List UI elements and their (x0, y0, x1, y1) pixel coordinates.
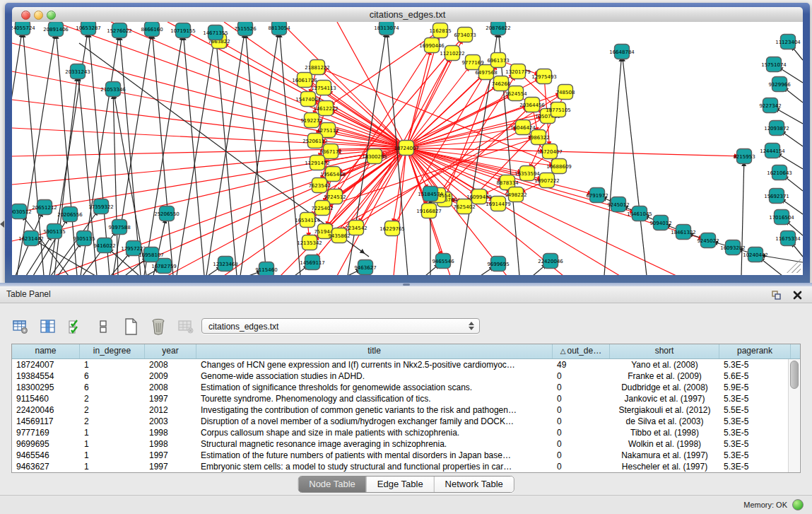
graph-node[interactable]: 8466160 (141, 22, 163, 37)
float-window-icon[interactable] (770, 288, 782, 301)
table-row[interactable]: 1456911722003Disruption of a novel membe… (12, 416, 800, 427)
vertical-scrollbar[interactable] (788, 359, 799, 472)
graph-node[interactable]: 10653287 (76, 22, 101, 35)
row-height-icon[interactable] (94, 317, 112, 336)
graph-node[interactable]: 8813054 (268, 22, 290, 35)
graph-node[interactable]: 16648784 (609, 45, 635, 59)
tab-node-table[interactable]: Node Table (298, 477, 366, 492)
graph-node[interactable]: 20331243 (65, 64, 90, 79)
graph-node[interactable]: 15692371 (764, 189, 789, 204)
graph-node[interactable]: 21053346 (100, 82, 126, 97)
table-row[interactable]: 2242004622012Investigating the contribut… (12, 404, 800, 416)
graph-node[interactable]: 16229765 (379, 221, 405, 236)
graph-edge[interactable] (111, 22, 406, 148)
graph-node[interactable]: 11123404 (775, 35, 801, 49)
graph-node[interactable]: 9416022 (93, 238, 115, 253)
graph-node[interactable]: 748508 (556, 85, 575, 100)
graph-node[interactable]: 6734073 (454, 28, 476, 42)
graph-edge[interactable] (326, 30, 440, 108)
graph-node[interactable]: 20651212 (32, 200, 57, 215)
column-header-name[interactable]: name (12, 344, 80, 358)
graph-node[interactable]: 9115460 (255, 262, 277, 276)
table-row[interactable]: 946362711997Embryonic stem cells: a mode… (12, 461, 800, 472)
select-columns-icon[interactable] (66, 317, 85, 336)
graph-node[interactable]: 9463627 (354, 260, 376, 275)
network-canvas[interactable]: 1872400711628156734073169904461121022297… (12, 22, 803, 275)
graph-node[interactable]: 18313074 (374, 22, 399, 35)
table-row[interactable]: 911546021997Tourette syndrome. Phenomeno… (12, 393, 800, 404)
column-header-in_degree[interactable]: in_degree (80, 344, 145, 358)
graph-edge[interactable] (216, 33, 237, 275)
graph-node[interactable]: 7515526 (234, 22, 257, 36)
graph-node[interactable]: 9227342 (759, 98, 781, 113)
graph-node[interactable]: 9329966 (768, 77, 791, 92)
graph-node[interactable]: 25206550 (154, 206, 180, 221)
table-cell: Embryonic stem cells: a model to study s… (196, 461, 553, 472)
table-row[interactable]: 1938455462009Genome-wide association stu… (12, 370, 800, 382)
column-header-short[interactable]: short (610, 344, 719, 358)
column-header-title[interactable]: title (196, 344, 553, 358)
graph-node[interactable]: 10240442 (743, 247, 768, 262)
graph-node[interactable]: 22420046 (538, 254, 563, 269)
graph-edge[interactable] (319, 93, 516, 185)
graph-node[interactable]: 15276022 (107, 23, 132, 38)
graph-edge[interactable] (245, 28, 266, 275)
graph-edge[interactable] (622, 52, 647, 275)
graph-node[interactable]: 16461045 (627, 206, 652, 221)
column-header-pagerank[interactable]: pagerank (719, 344, 791, 358)
graph-node[interactable]: 6791972 (586, 188, 608, 203)
graph-node-label: 16958107 (139, 252, 164, 258)
graph-edge[interactable] (279, 28, 300, 275)
graph-node[interactable]: 20876822 (486, 22, 511, 35)
delete-table-icon[interactable] (177, 317, 195, 336)
splitter-handle[interactable] (403, 284, 410, 286)
graph-edge[interactable] (337, 22, 406, 148)
graph-node[interactable]: 18461322 (671, 225, 696, 240)
graph-node[interactable]: 12093872 (764, 121, 789, 136)
graph-node[interactable]: 9245022 (697, 233, 719, 248)
graph-node[interactable]: 9397588 (108, 220, 130, 235)
table-row[interactable]: 1872400712008Changes of HCN gene express… (12, 359, 800, 370)
table-row[interactable]: 977716911998Corpus callosum shape and si… (12, 427, 800, 438)
scrollbar-thumb[interactable] (790, 361, 799, 389)
graph-node[interactable]: 12975493 (531, 69, 557, 84)
column-header-year[interactable]: year (145, 344, 196, 358)
show-columns-icon[interactable] (39, 317, 57, 336)
table-settings-icon[interactable] (11, 317, 30, 336)
delete-column-icon[interactable] (149, 317, 167, 336)
tab-network-table[interactable]: Network Table (434, 477, 514, 492)
graph-node[interactable]: 20891406 (43, 22, 69, 37)
graph-node[interactable]: 9465546 (432, 254, 454, 269)
table-selector[interactable]: citations_edges.txt (201, 318, 480, 334)
graph-node[interactable]: 10688609 (546, 159, 572, 174)
graph-node[interactable]: 13201779 (505, 64, 531, 79)
graph-edge[interactable] (12, 148, 406, 156)
network-window[interactable]: citations_edges.txt 18724007116281567340… (5, 3, 810, 283)
table-row[interactable]: 969969511998Structural magnetic resonanc… (12, 438, 800, 450)
graph-edge[interactable] (113, 29, 152, 275)
graph-node[interactable]: 746266 (492, 76, 511, 91)
table-row[interactable]: 946554611997Estimation of the future num… (12, 450, 800, 461)
graph-node[interactable]: 3624554 (505, 86, 527, 101)
new-column-icon[interactable] (122, 317, 140, 336)
graph-edge[interactable] (335, 45, 432, 197)
graph-node[interactable]: 19030512 (12, 204, 32, 219)
graph-node[interactable]: 8215953 (733, 149, 755, 164)
graph-edge[interactable] (604, 52, 622, 275)
graph-edge[interactable] (152, 29, 173, 275)
graph-edge[interactable] (406, 148, 744, 156)
network-window-titlebar[interactable]: citations_edges.txt (12, 7, 803, 23)
graph-node[interactable]: 17016504 (769, 210, 794, 225)
close-icon[interactable] (791, 288, 804, 301)
table-row[interactable]: 1830029562008Estimation of significance … (12, 382, 800, 393)
graph-node[interactable]: 24055724 (12, 22, 35, 35)
tab-edge-table[interactable]: Edge Table (366, 477, 434, 492)
graph-node[interactable]: 14569117 (300, 255, 325, 270)
graph-edge[interactable] (119, 30, 141, 275)
graph-node[interactable]: 16210643 (767, 165, 792, 180)
graph-node[interactable]: 5905135 (43, 224, 65, 239)
graph-node[interactable]: 11675334 (775, 231, 801, 246)
graph-node[interactable]: 15751074 (761, 57, 787, 72)
column-header-out_de[interactable]: △out_de… (553, 344, 610, 358)
graph-node[interactable]: 9305135 (73, 231, 95, 246)
